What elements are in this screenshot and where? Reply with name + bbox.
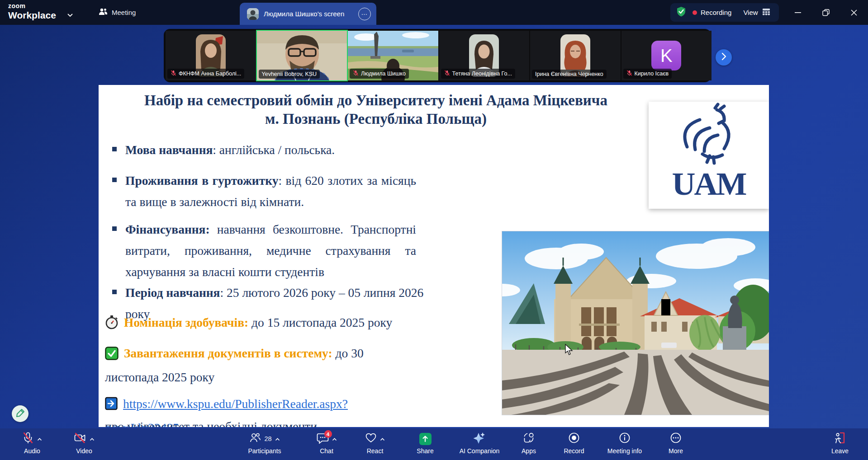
annotate-pencil-button[interactable] [12,405,28,422]
video-button[interactable]: Video [55,431,114,455]
participants-icon [249,432,261,446]
bullet-financing: Фінансування: навчання безкоштовне. Тран… [112,219,416,282]
mic-muted-icon [444,70,450,77]
deadline-lead: Завантаження документів в систему: [124,346,332,360]
audio-label: Audio [24,447,40,455]
participants-count: 28 [264,435,271,442]
video-label: Video [76,447,92,455]
chevron-up-icon[interactable] [332,435,337,443]
react-label: React [367,447,384,455]
zoom-workplace-window: zoom Workplace Meeting Людмила Шишко's s… [0,0,868,460]
window-controls [784,0,868,25]
meeting-info-button[interactable]: Meeting info [595,431,654,455]
participant-tile[interactable]: ФКНФМ Анна Барболі... [166,31,256,80]
meeting-stage: ФКНФМ Анна Барболі... Yevhenii Bobrov, K… [0,25,868,428]
chevron-up-icon[interactable] [90,435,95,443]
uam-eagle-icon [659,102,759,165]
chat-badge: 4 [324,430,332,438]
chat-icon: 4 [317,432,329,446]
restore-button[interactable] [812,0,840,25]
heart-icon [365,432,377,445]
mic-muted-icon [626,70,632,77]
participant-name: Кирило Ісаєв [635,70,669,77]
chevron-up-icon[interactable] [380,435,385,443]
meeting-toolbar: Audio Video 28 [0,428,868,460]
leave-button[interactable]: Leave [811,431,868,455]
slide-title-line2: м. Познань (Республіка Польща) [102,110,650,128]
bullet-icon [112,226,117,231]
close-button[interactable] [840,0,868,25]
uam-logo-text: UAM [659,165,759,203]
chat-label: Chat [320,447,333,455]
slide-title: Набір на семестровий обмін до Університе… [102,91,650,128]
tab-meeting[interactable]: Meeting [99,5,136,19]
tab-screen-share[interactable]: Людмила Шишко's screen ⋯ [240,3,376,25]
bullet-lead: Мова навчання [125,143,213,157]
brand-workplace: Workplace [8,10,56,20]
leave-door-icon [834,432,846,446]
chevron-up-icon[interactable] [37,435,42,443]
recording-label: Recording [701,9,731,16]
chevron-down-icon[interactable] [67,11,73,19]
participant-name: ФКНФМ Анна Барболі... [179,70,241,77]
minimize-button[interactable] [784,0,812,25]
more-icon [670,432,682,446]
chevron-up-icon[interactable] [275,435,280,443]
tab-screen-share-label: Людмила Шишко's screen [264,10,344,18]
meeting-info-label: Meeting info [607,447,642,455]
participant-tile[interactable]: Тетяна Леонідівна Го... [439,31,530,80]
avatar-initial: K [651,41,681,70]
checkbox-icon [105,345,119,366]
info-icon [619,432,631,446]
bullet-language: Мова навчання: англійська / польська. [112,139,416,160]
view-grid-icon[interactable] [762,8,770,17]
apps-icon [523,432,535,446]
title-bar: zoom Workplace Meeting Людмила Шишко's s… [0,0,868,25]
bullet-lead: Проживання в гуртожитку [125,174,278,188]
share-screen-icon [419,433,432,445]
bullet-housing: Проживання в гуртожитку: від 620 злотих … [112,170,416,212]
participant-name-pill: Ірина Євгенівна Черненко [532,70,607,79]
view-button-label[interactable]: View [743,9,758,16]
participant-tile[interactable]: K Кирило Ісаєв [621,31,712,80]
participant-name: Людмила Шишко [361,70,406,77]
bullet-icon [112,147,117,151]
arrow-right-icon [105,396,118,417]
bullet-lead: Фінансування: [125,222,210,236]
people-icon [99,8,108,17]
avatar [247,8,259,20]
shared-screen-slide: Набір на семестровий обмін до Університе… [99,85,769,427]
participant-name-pill: Кирило Ісаєв [623,69,672,79]
record-icon [568,432,580,446]
next-participants-button[interactable] [716,49,732,66]
participant-tile[interactable]: Ірина Євгенівна Черненко [530,31,621,80]
mic-muted-icon [353,70,359,77]
tab-meeting-label: Meeting [112,9,136,16]
chevron-right-icon [721,52,726,62]
security-shield-icon[interactable] [676,6,686,19]
participant-name: Ірина Євгенівна Черненко [535,71,603,77]
participant-tile[interactable]: Людмила Шишко [348,31,438,80]
share-label: Share [417,447,433,455]
bullet-icon [112,178,117,182]
apps-label: Apps [522,447,536,455]
tab-options-icon[interactable]: ⋯ [358,8,371,20]
bullet-lead: Період навчання [125,286,220,300]
mic-muted-icon [22,432,34,446]
participant-tile-active-speaker[interactable]: Yevhenii Bobrov, KSU [257,31,347,80]
deadline-upload: Завантаження документів в систему: до 30… [105,343,417,388]
campus-photo [502,231,769,415]
mic-muted-icon [171,70,176,77]
more-button[interactable]: More [646,431,705,455]
ai-companion-label: AI Companion [460,447,500,455]
participants-button[interactable]: 28 Participants [235,431,294,455]
audio-button[interactable]: Audio [3,431,62,455]
record-button[interactable]: Record [545,431,603,455]
stopwatch-icon [105,314,119,336]
mouse-cursor [564,344,574,357]
deadline-rest: до 15 листопада 2025 року [248,315,392,329]
share-button[interactable]: Share [396,431,455,455]
meeting-status-pill: Recording View [670,3,779,22]
deadline-nomination: Номінація здобувачів: до 15 листопада 20… [105,312,417,336]
pencil-icon [16,408,25,419]
